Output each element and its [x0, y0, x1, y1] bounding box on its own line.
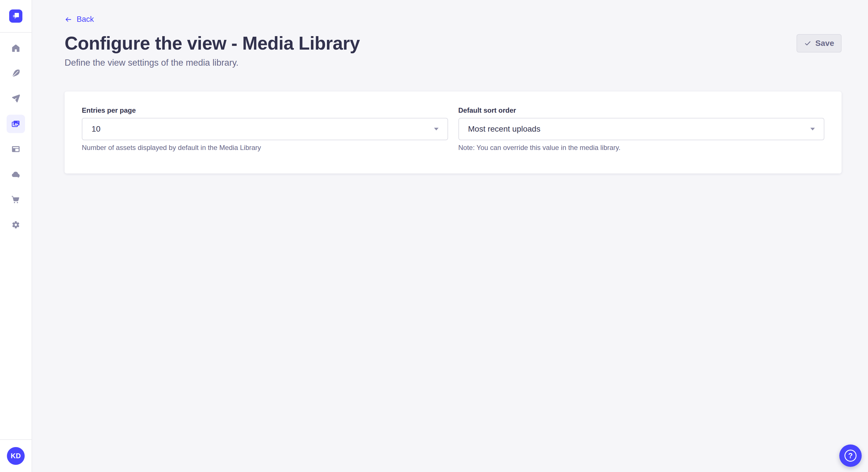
sidebar-nav-list	[7, 33, 25, 234]
entries-per-page-hint: Number of assets displayed by default in…	[82, 144, 448, 152]
help-button[interactable]: ?	[839, 444, 862, 467]
entries-per-page-value: 10	[92, 125, 100, 134]
help-button-label: ?	[848, 452, 853, 460]
default-sort-order-hint: Note: You can override this value in the…	[458, 144, 825, 152]
default-sort-order-value: Most recent uploads	[468, 125, 540, 134]
settings-link[interactable]	[7, 216, 25, 234]
cart-icon	[11, 195, 21, 204]
sidebar-nav	[7, 33, 25, 234]
chevron-down-icon	[434, 127, 439, 131]
page-title: Configure the view - Media Library	[65, 34, 360, 53]
layout-icon	[11, 144, 21, 154]
sidebar-item-content-type-builder	[7, 140, 25, 158]
releases-link[interactable]	[7, 90, 25, 108]
view-settings-card: Entries per page 10 Number of assets dis…	[65, 92, 842, 173]
page-subtitle: Define the view settings of the media li…	[65, 58, 360, 68]
check-icon	[804, 40, 811, 47]
back-link[interactable]: Back	[65, 15, 94, 24]
default-sort-order-label: Default sort order	[458, 106, 825, 114]
save-button-label: Save	[815, 39, 834, 48]
chevron-down-icon	[810, 127, 815, 131]
page-header: Configure the view - Media Library Defin…	[65, 34, 842, 68]
cloud-icon	[11, 169, 21, 179]
sidebar-item-home	[7, 39, 25, 57]
default-sort-order-select[interactable]: Most recent uploads	[458, 118, 825, 140]
save-button[interactable]: Save	[797, 34, 842, 53]
sidebar-item-settings	[7, 216, 25, 234]
sidebar-item-media-library	[7, 115, 25, 133]
back-label: Back	[76, 15, 94, 24]
sidebar-user-section: KD	[0, 439, 32, 472]
logo-section	[0, 0, 32, 33]
entries-per-page-label: Entries per page	[82, 106, 448, 114]
main-navigation-sidebar: KD	[0, 0, 32, 472]
content-type-builder-link[interactable]	[7, 140, 25, 158]
sidebar-item-cloud	[7, 165, 25, 183]
media-library-link[interactable]	[7, 115, 25, 133]
feather-icon	[11, 69, 21, 78]
main-content: Back Configure the view - Media Library …	[32, 0, 868, 173]
strapi-logo[interactable]	[9, 9, 22, 23]
sidebar-item-marketplace	[7, 191, 25, 209]
pictures-icon	[11, 119, 21, 129]
marketplace-link[interactable]	[7, 191, 25, 209]
gear-icon	[11, 220, 21, 230]
content-manager-link[interactable]	[7, 64, 25, 82]
cloud-link[interactable]	[7, 165, 25, 183]
paper-plane-icon	[11, 94, 21, 103]
entries-per-page-select[interactable]: 10	[82, 118, 448, 140]
question-mark-icon: ?	[844, 450, 857, 462]
home-icon	[11, 43, 21, 53]
sidebar-item-releases	[7, 90, 25, 108]
default-sort-order-field: Default sort order Most recent uploads N…	[458, 106, 825, 159]
user-initials: KD	[11, 452, 21, 460]
user-avatar[interactable]: KD	[7, 447, 25, 465]
sidebar-item-content-manager	[7, 64, 25, 82]
entries-per-page-field: Entries per page 10 Number of assets dis…	[82, 106, 448, 159]
arrow-left-icon	[65, 16, 72, 23]
strapi-logo-icon	[9, 9, 22, 23]
home-link[interactable]	[7, 39, 25, 57]
page-header-text: Configure the view - Media Library Defin…	[65, 34, 360, 68]
